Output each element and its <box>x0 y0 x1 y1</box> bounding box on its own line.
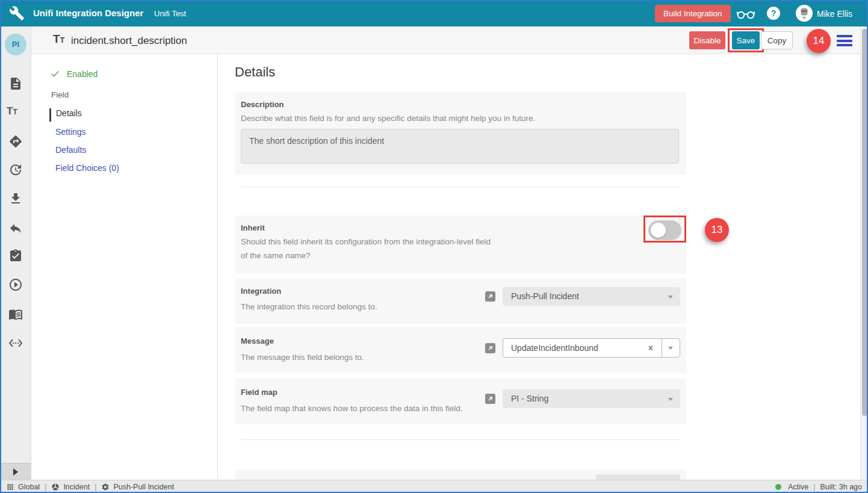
inherit-field-group: Inherit Should this field inherit its co… <box>235 215 686 274</box>
chevron-down-icon <box>668 347 673 350</box>
page-title: incident.short_description <box>71 35 187 47</box>
top-navbar: Unifi Integration Designer Unifi Test Bu… <box>0 0 868 26</box>
scope-label: Global <box>18 483 40 491</box>
field-map-label: Field map <box>241 388 277 397</box>
built-label: Built: 3h ago <box>820 483 863 491</box>
enabled-label: Enabled <box>67 69 98 79</box>
download-icon[interactable] <box>8 191 23 206</box>
directions-icon[interactable] <box>8 134 23 149</box>
description-textarea: The short description of this incident <box>241 129 679 164</box>
grid-icon <box>6 483 14 491</box>
open-reference-icon[interactable] <box>485 343 495 353</box>
reply-icon[interactable] <box>8 221 23 235</box>
inherit-help-line1: Should this field inherit its configurat… <box>241 237 491 246</box>
user-name[interactable]: Mike Ellis <box>817 9 852 19</box>
message-label: Message <box>241 336 274 346</box>
integration-value: Push-Pull Incident <box>511 291 579 301</box>
tasks-icon[interactable] <box>8 249 23 263</box>
open-reference-icon[interactable] <box>485 394 495 404</box>
preview-glasses-icon[interactable] <box>736 6 756 20</box>
application-label: Incident <box>63 483 90 491</box>
record-nav-panel: Enabled Field Details Settings Defaults … <box>31 54 218 480</box>
user-avatar[interactable] <box>796 5 813 22</box>
integration-select: Push-Pull Incident <box>503 287 680 306</box>
dropdown-toggle[interactable] <box>662 339 680 357</box>
save-button[interactable]: Save <box>732 31 760 49</box>
active-status: Active <box>775 483 808 491</box>
integration-label: Integration <box>241 287 281 296</box>
integration-item[interactable]: Push-Pull Incident <box>101 483 174 491</box>
status-dot-icon <box>775 484 781 490</box>
nav-item-settings[interactable]: Settings <box>55 127 86 140</box>
text-field-type-icon: TT <box>53 33 65 46</box>
description-field-group: Description Describe what this field is … <box>235 92 686 175</box>
clear-icon[interactable]: × <box>648 343 653 353</box>
inherit-help-line2: of the same name? <box>241 251 311 260</box>
update-icon[interactable] <box>8 163 23 177</box>
check-icon <box>50 69 60 79</box>
section-divider <box>241 187 680 187</box>
nav-item-defaults[interactable]: Defaults <box>55 145 86 158</box>
copy-button[interactable]: Copy <box>761 31 793 49</box>
sidebar-collapse-button[interactable] <box>0 463 31 480</box>
docs-book-icon[interactable] <box>8 307 23 321</box>
menu-icon[interactable] <box>837 35 852 46</box>
field-map-field-group: Field map The field map that knows how t… <box>235 378 686 424</box>
field-map-value: PI - String <box>511 394 548 403</box>
document-icon[interactable] <box>8 76 23 91</box>
description-label: Description <box>241 100 284 109</box>
chevron-down-icon <box>668 398 673 401</box>
integration-field-group: Integration The integration this record … <box>235 278 686 324</box>
scope-item[interactable]: Global <box>6 483 40 491</box>
annotation-13-badge: 13 <box>705 218 729 242</box>
vertical-scrollbar[interactable] <box>860 26 868 480</box>
icon-rail: PI TT <box>0 26 31 480</box>
separator: | <box>95 483 96 491</box>
text-fields-icon[interactable]: TT <box>7 105 17 117</box>
chevron-down-icon <box>668 296 673 299</box>
play-circle-icon[interactable] <box>8 278 23 292</box>
enabled-status: Enabled <box>50 69 98 79</box>
description-help: Describe what this field is for and any … <box>241 114 535 123</box>
message-field-group: Message The message this field belongs t… <box>235 327 686 373</box>
nav-section-field: Field <box>51 90 69 99</box>
help-icon[interactable]: ? <box>767 7 780 20</box>
scrollbar-thumb[interactable] <box>862 29 867 416</box>
field-map-help: The field map that knows how to process … <box>241 404 462 413</box>
code-icon[interactable] <box>8 336 23 350</box>
person-glasses-icon <box>797 7 811 21</box>
message-combobox[interactable]: UpdateIncidentInbound × <box>503 338 680 358</box>
integration-avatar[interactable]: PI <box>5 34 26 55</box>
section-divider <box>241 439 680 440</box>
wrench-icon <box>9 5 25 21</box>
integration-help: The integration this record belongs to. <box>241 302 377 311</box>
incident-wheel-icon <box>51 483 60 491</box>
application-item[interactable]: Incident <box>51 483 90 491</box>
disable-button[interactable]: Disable <box>689 31 725 49</box>
record-header: TT incident.short_description Disable Sa… <box>31 26 868 54</box>
separator: | <box>45 483 46 491</box>
field-map-select: PI - String <box>503 389 680 408</box>
build-integration-button[interactable]: Build Integration <box>655 5 731 22</box>
app-title: Unifi Integration Designer <box>33 8 143 18</box>
gear-icon <box>101 483 110 491</box>
message-value: UpdateIncidentInbound <box>511 343 598 353</box>
status-bar: Global | Incident | Push-Pull Incident A… <box>0 480 868 493</box>
open-reference-icon[interactable] <box>485 291 495 302</box>
message-help: The message this field belongs to. <box>241 353 364 362</box>
annotation-box-toggle <box>643 215 686 243</box>
inherit-label: Inherit <box>241 223 265 232</box>
separator: | <box>813 483 815 491</box>
nav-item-field-choices[interactable]: Field Choices (0) <box>55 163 119 176</box>
details-heading: Details <box>235 64 275 80</box>
chevron-right-icon <box>13 468 18 476</box>
annotation-14-badge: 14 <box>807 29 831 53</box>
environment-name: Unifi Test <box>154 9 186 18</box>
nav-item-details[interactable]: Details <box>49 108 82 122</box>
integration-label: Push-Pull Incident <box>113 483 174 491</box>
status-label: Active <box>788 483 808 491</box>
unifi-integration-designer-window: Unifi Integration Designer Unifi Test Bu… <box>0 0 868 493</box>
